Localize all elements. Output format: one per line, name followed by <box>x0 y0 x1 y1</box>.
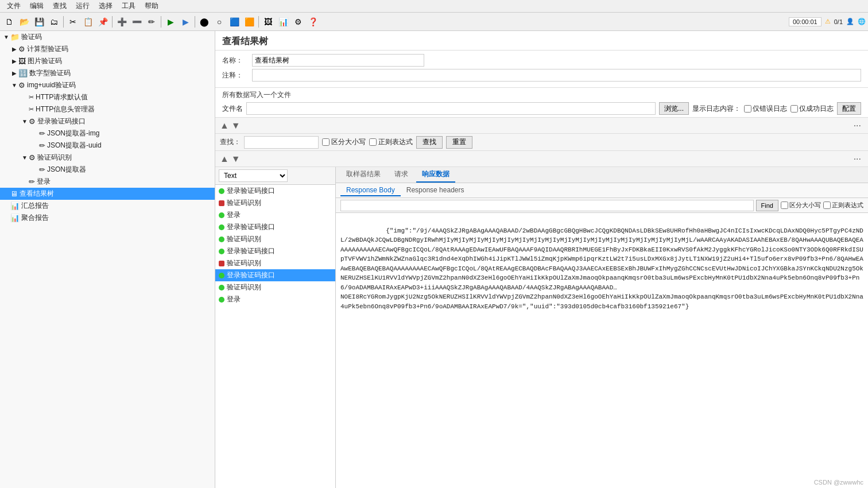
only-success-label[interactable]: 仅成功日志 <box>790 104 834 114</box>
resp-case-checkbox[interactable] <box>781 202 788 209</box>
case-sensitive-checkbox[interactable] <box>322 138 330 146</box>
add-button[interactable]: ➕ <box>115 15 129 29</box>
resp-regex-checkbox[interactable] <box>823 202 831 209</box>
tree-arrow-imguuid[interactable]: ▼ <box>10 82 18 88</box>
tree-arrow-jisuanji[interactable]: ▶ <box>10 46 18 52</box>
tree-arrow-denglu-jiekou[interactable]: ▼ <box>21 118 29 125</box>
resp-tab-body[interactable]: Response Body <box>340 185 401 196</box>
tree-item-http-default[interactable]: ✂ HTTP请求默认值 <box>0 91 215 103</box>
dots-button-1[interactable]: ··· <box>851 121 863 131</box>
run-button[interactable]: ▶ <box>164 15 177 29</box>
tree-arrow-yanzhengma[interactable]: ▼ <box>2 34 10 40</box>
config-button[interactable]: 配置 <box>837 102 861 115</box>
reset-button[interactable]: 重置 <box>446 136 472 149</box>
tree-item-juli[interactable]: 📊 聚合报告 <box>0 212 215 224</box>
menu-edit[interactable]: 编辑 <box>25 0 48 12</box>
comment-input[interactable] <box>252 69 861 82</box>
open-button[interactable]: 📂 <box>17 15 31 29</box>
tree-arrow-yzm-shibie[interactable]: ▼ <box>21 154 29 161</box>
tree-item-shuzi[interactable]: ▶ 🔢 数字型验证码 <box>0 67 215 79</box>
edit-button[interactable]: ✏ <box>145 15 158 29</box>
settings-button[interactable]: ⚙ <box>291 15 305 29</box>
result-tree-item-3[interactable]: 登录验证码接口 <box>215 221 335 233</box>
resp-tab-headers[interactable]: Response headers <box>401 185 470 196</box>
remove-button[interactable]: ➖ <box>130 15 144 29</box>
gear-icon-jisuanji: ⚙ <box>18 45 25 53</box>
menu-select[interactable]: 选择 <box>94 0 117 12</box>
tree-label-imguuid: img+uuid验证码 <box>27 80 76 90</box>
tree-arrow-tupian[interactable]: ▶ <box>10 58 18 64</box>
debug-button[interactable]: ▶ <box>179 15 192 29</box>
tree-item-huizong[interactable]: 📊 汇总报告 <box>0 200 215 212</box>
circle1-button[interactable]: ⬤ <box>197 15 211 29</box>
expand-icon-4[interactable]: ▼ <box>231 154 241 164</box>
circle2-button[interactable]: ○ <box>212 15 226 29</box>
tree-item-http-info[interactable]: ✂ HTTP信息头管理器 <box>0 103 215 115</box>
menu-help[interactable]: 帮助 <box>140 0 163 12</box>
tree-item-chakan[interactable]: 🖥 查看结果树 <box>0 188 215 200</box>
menu-find[interactable]: 查找 <box>48 0 71 12</box>
tab-qingqiu[interactable]: 请求 <box>389 167 414 183</box>
tree-item-imguuid[interactable]: ▼ ⚙ img+uuid验证码 <box>0 79 215 91</box>
save-all-button[interactable]: 🗂 <box>47 15 61 29</box>
save-button[interactable]: 💾 <box>32 15 46 29</box>
expand-icon-1[interactable]: ▲ <box>220 121 229 131</box>
browse-button[interactable]: 浏览... <box>659 102 689 115</box>
result-tree-item-2[interactable]: 登录 <box>215 209 335 221</box>
copy-button[interactable]: 📋 <box>81 15 95 29</box>
resp-find-button[interactable]: Find <box>756 200 778 211</box>
tab-xiangying[interactable]: 响应数据 <box>416 167 455 183</box>
tree-item-json-extractor[interactable]: ✏ JSON提取器 <box>0 164 215 176</box>
resp-case-label[interactable]: 区分大小写 <box>781 201 821 210</box>
rect2-button[interactable]: 🟧 <box>242 15 256 29</box>
filename-input[interactable] <box>246 102 656 115</box>
toolbar-sep-2 <box>112 16 113 28</box>
tree-item-yanzhengma-shibie[interactable]: ▼ ⚙ 验证码识别 <box>0 152 215 164</box>
tree-arrow-shuzi[interactable]: ▶ <box>10 70 18 76</box>
regex-label[interactable]: 正则表达式 <box>369 137 413 147</box>
rect1-button[interactable]: 🟦 <box>227 15 241 29</box>
img-btn2[interactable]: 📊 <box>276 15 290 29</box>
name-input[interactable] <box>252 54 424 67</box>
tree-item-jisuanji[interactable]: ▶ ⚙ 计算型验证码 <box>0 43 215 55</box>
new-file-button[interactable]: 🗋 <box>2 15 16 29</box>
only-error-label[interactable]: 仅错误日志 <box>744 104 787 114</box>
menu-run[interactable]: 运行 <box>71 0 94 12</box>
paste-button[interactable]: 📌 <box>96 15 110 29</box>
result-tree-item-6[interactable]: 验证码识别 <box>215 257 335 269</box>
img-btn1[interactable]: 🖼 <box>261 15 275 29</box>
dots-button-2[interactable]: ··· <box>851 154 863 164</box>
result-tree-item-5[interactable]: 登录验证码接口 <box>215 245 335 257</box>
help-button[interactable]: ❓ <box>306 15 320 29</box>
find-button[interactable]: 查找 <box>416 136 443 149</box>
result-tree-item-1[interactable]: 验证码识别 <box>215 197 335 209</box>
result-tree-item-8[interactable]: 验证码识别 <box>215 281 335 293</box>
result-tree-item-4[interactable]: 验证码识别 <box>215 233 335 245</box>
tree-item-denglu-jiekou[interactable]: ▼ ⚙ 登录验证码接口 <box>0 115 215 127</box>
resp-regex-label[interactable]: 正则表达式 <box>823 201 863 210</box>
result-tree-item-7[interactable]: 登录验证码接口 <box>215 269 335 281</box>
menu-tools[interactable]: 工具 <box>117 0 140 12</box>
json-content-area[interactable]: {"img":"/9j/4AAQSkZJRgABAgAAAQABAAD/2wBD… <box>336 213 868 488</box>
case-sensitive-label[interactable]: 区分大小写 <box>322 137 366 147</box>
text-dropdown[interactable]: Text RegExp Tester CSS/JQuery JSON Path <box>219 169 288 182</box>
gear-icon-denglu-jiekou: ⚙ <box>29 117 36 126</box>
tab-caiyang[interactable]: 取样器结果 <box>340 167 386 183</box>
expand-icon-2[interactable]: ▼ <box>231 121 241 131</box>
result-tree-item-9[interactable]: 登录 <box>215 293 335 305</box>
cut-button[interactable]: ✂ <box>66 15 80 29</box>
result-label-8: 验证码识别 <box>227 282 261 292</box>
only-success-checkbox[interactable] <box>790 105 798 113</box>
expand-icon-3[interactable]: ▲ <box>220 154 229 164</box>
regex-checkbox[interactable] <box>369 138 377 146</box>
tree-item-yanzhengma[interactable]: ▼ 📁 验证码 <box>0 31 215 43</box>
resp-search-input[interactable] <box>340 200 754 211</box>
menu-file[interactable]: 文件 <box>2 0 25 12</box>
only-error-checkbox[interactable] <box>744 105 751 113</box>
search-input[interactable] <box>244 136 319 149</box>
tree-item-json-img[interactable]: ✏ JSON提取器-img <box>0 127 215 140</box>
tree-item-denglu[interactable]: ✏ 登录 <box>0 176 215 188</box>
tree-item-tupian[interactable]: ▶ 🖼 图片验证码 <box>0 55 215 67</box>
result-tree-item-0[interactable]: 登录验证码接口 <box>215 185 335 197</box>
tree-item-json-uuid[interactable]: ✏ JSON提取器-uuid <box>0 140 215 152</box>
